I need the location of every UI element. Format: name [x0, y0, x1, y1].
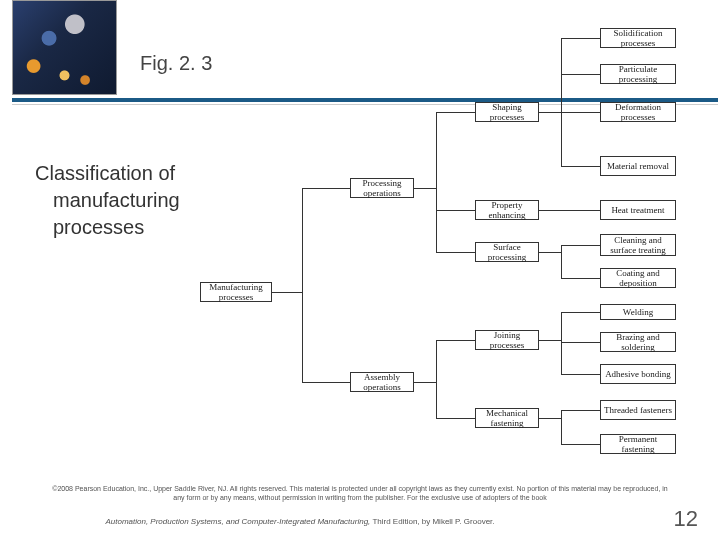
page-number: 12: [674, 506, 698, 532]
book-title-rest: Third Edition, by Mikell P. Groover.: [370, 517, 494, 526]
node-processing-ops: Processing operations: [350, 178, 414, 198]
node-welding: Welding: [600, 304, 676, 320]
node-permanent: Permanent fastening: [600, 434, 676, 454]
decorative-thumbnail: [12, 0, 117, 95]
node-brazing: Brazing and soldering: [600, 332, 676, 352]
node-cleaning: Cleaning and surface treating: [600, 234, 676, 256]
node-material-removal: Material removal: [600, 156, 676, 176]
copyright-text: ©2008 Pearson Education, Inc., Upper Sad…: [0, 484, 720, 502]
node-surface-proc: Surface processing: [475, 242, 539, 262]
node-root: Manufacturing processes: [200, 282, 272, 302]
node-solidification: Solidification processes: [600, 28, 676, 48]
classification-diagram: Manufacturing processes Processing opera…: [190, 10, 710, 460]
node-threaded: Threaded fasteners: [600, 400, 676, 420]
node-heat-treatment: Heat treatment: [600, 200, 676, 220]
node-particulate: Particulate processing: [600, 64, 676, 84]
book-title-italic: Automation, Production Systems, and Comp…: [105, 517, 370, 526]
node-adhesive: Adhesive bonding: [600, 364, 676, 384]
node-coating: Coating and deposition: [600, 268, 676, 288]
node-mech-fastening: Mechanical fastening: [475, 408, 539, 428]
node-assembly-ops: Assembly operations: [350, 372, 414, 392]
book-citation: Automation, Production Systems, and Comp…: [0, 517, 600, 526]
node-joining: Joining processes: [475, 330, 539, 350]
node-deformation: Deformation processes: [600, 102, 676, 122]
node-property-enh: Property enhancing: [475, 200, 539, 220]
node-shaping: Shaping processes: [475, 102, 539, 122]
